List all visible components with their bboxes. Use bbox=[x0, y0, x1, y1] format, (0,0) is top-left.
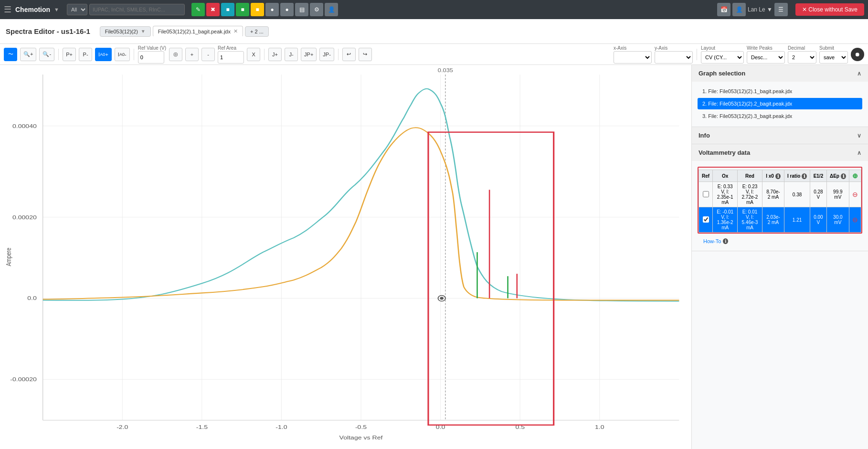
toolbar-undo-btn[interactable]: ↩ bbox=[342, 48, 356, 61]
tab-more[interactable]: + 2 ... bbox=[245, 26, 269, 37]
toolbar-ia0-minus-btn[interactable]: IA0- bbox=[115, 48, 130, 61]
icon-btn-7[interactable]: ● bbox=[280, 3, 294, 16]
graph-selection-section: Graph selection ∧ 1. File: File053(12)(2… bbox=[692, 65, 868, 127]
app-name: Chemotion bbox=[15, 6, 50, 13]
toolbar-jp-plus-btn[interactable]: JP+ bbox=[301, 48, 317, 61]
svg-text:0.00040: 0.00040 bbox=[12, 123, 37, 129]
menu-icon[interactable]: ☰ bbox=[774, 3, 788, 16]
icon-btn-10[interactable]: 👤 bbox=[325, 3, 338, 16]
toolbar-plus-btn[interactable]: + bbox=[185, 48, 199, 61]
toolbar-sep-5 bbox=[697, 49, 697, 60]
toolbar-j-plus-btn[interactable]: J+ bbox=[268, 48, 282, 61]
toolbar-target-btn[interactable]: ◎ bbox=[169, 48, 182, 61]
remove-row-1-icon[interactable]: ⊖ bbox=[852, 191, 858, 198]
col-action: ⊕ bbox=[849, 170, 861, 182]
editor-header: Spectra Editor - us1-16-1 File053(12)(2)… bbox=[0, 19, 868, 44]
icon-btn-4[interactable]: ■ bbox=[236, 3, 249, 16]
graph-item-1[interactable]: 1. File: File053(12)(2).1_bagit.peak.jdx bbox=[698, 86, 862, 97]
icon-btn-1[interactable]: ✎ bbox=[191, 3, 205, 16]
row2-remove[interactable]: ⊖ bbox=[849, 207, 861, 233]
submit-select[interactable]: save bbox=[819, 51, 848, 64]
icon-btn-9[interactable]: ⚙ bbox=[310, 3, 323, 16]
row1-ref[interactable] bbox=[699, 182, 713, 207]
layout-group: Layout CV (CY... bbox=[701, 45, 744, 64]
main-content: -2.0 -1.5 -1.0 -0.5 0.0 0.5 1.0 0.00040 … bbox=[0, 65, 868, 449]
table-row-1: E: 0.33 V, I: 2.35e-1 mA E: 0.23 V, I: 2… bbox=[699, 182, 861, 207]
add-row-icon[interactable]: ⊕ bbox=[852, 172, 858, 180]
graph-item-2[interactable]: 2. File: File053(12)(2).2_bagit.peak.jdx bbox=[698, 98, 862, 109]
decimal-label: Decimal bbox=[788, 45, 805, 51]
ref-area-group: Ref Area bbox=[218, 45, 244, 64]
row2-ix0: 2.03e-2 mA bbox=[762, 207, 784, 233]
toolbar-jp-minus-btn[interactable]: JP- bbox=[319, 48, 334, 61]
toolbar-p-minus-btn[interactable]: P- bbox=[79, 48, 92, 61]
graph-item-3-label: File: File053(12)(2).3_bagit.peak.jdx bbox=[708, 113, 792, 119]
tab-file053-label: File053(12)(2) bbox=[105, 29, 138, 34]
row1-e12: 0.28 V bbox=[810, 182, 827, 207]
toolbar-j-minus-btn[interactable]: J- bbox=[285, 48, 298, 61]
x-axis-select[interactable] bbox=[614, 51, 652, 64]
toolbar-zoom-out-btn[interactable]: 🔍- bbox=[39, 48, 54, 61]
y-axis-select[interactable] bbox=[655, 51, 693, 64]
row1-remove[interactable]: ⊖ bbox=[849, 182, 861, 207]
calendar-icon[interactable]: 📅 bbox=[717, 3, 730, 16]
tab-file053-bagit[interactable]: File053(12)(2).1_bagit.peak.jdx ✕ bbox=[153, 26, 243, 37]
toolbar-x-btn[interactable]: X bbox=[247, 48, 260, 61]
svg-text:-1.5: -1.5 bbox=[196, 424, 208, 430]
user-profile-icon[interactable]: 👤 bbox=[732, 3, 746, 16]
col-iratio: I ratio ℹ bbox=[784, 170, 810, 182]
toolbar-minus-btn[interactable]: - bbox=[201, 48, 215, 61]
write-peaks-select[interactable]: Desc... bbox=[747, 51, 785, 64]
row2-red: E: 0.01 V, I: 5.46e-3 mA bbox=[738, 207, 762, 233]
toolbar-redo-btn[interactable]: ↪ bbox=[359, 48, 372, 61]
chart-area[interactable]: -2.0 -1.5 -1.0 -0.5 0.0 0.5 1.0 0.00040 … bbox=[0, 65, 691, 449]
col-ref: Ref bbox=[699, 170, 713, 182]
graph-item-1-index: 1. bbox=[702, 88, 708, 94]
layout-select[interactable]: CV (CY... bbox=[701, 51, 744, 64]
svg-rect-0 bbox=[0, 65, 691, 449]
row2-ref[interactable] bbox=[699, 207, 713, 233]
close-without-save-button[interactable]: ✕ Close without Save bbox=[795, 3, 864, 16]
toolbar-line-btn[interactable]: 〜 bbox=[4, 48, 17, 61]
icon-btn-8[interactable]: ▤ bbox=[295, 3, 308, 16]
graph-selection-title: Graph selection bbox=[699, 70, 745, 77]
x-axis-label: x-Axis bbox=[614, 45, 626, 51]
voltammetry-header[interactable]: Voltammetry data ∧ bbox=[692, 144, 868, 161]
graph-item-1-label: File: File053(12)(2).1_bagit.peak.jdx bbox=[708, 88, 792, 94]
info-header[interactable]: Info ∨ bbox=[692, 127, 868, 144]
x-axis-group: x-Axis bbox=[614, 45, 652, 64]
remove-row-2-icon[interactable]: ⊖ bbox=[852, 216, 858, 224]
tab-bar: File053(12)(2) ▼ File053(12)(2).1_bagit.… bbox=[100, 26, 269, 37]
search-scope-select[interactable]: All bbox=[67, 4, 87, 15]
hamburger-icon[interactable]: ☰ bbox=[4, 4, 11, 15]
row2-checkbox[interactable] bbox=[703, 216, 709, 223]
tab-dropdown-arrow[interactable]: ▼ bbox=[141, 29, 146, 34]
icon-btn-6[interactable]: ● bbox=[265, 3, 279, 16]
y-axis-label: y-Axis bbox=[655, 45, 667, 51]
svg-point-35 bbox=[440, 297, 444, 299]
tab-close-icon[interactable]: ✕ bbox=[233, 28, 238, 34]
toolbar-ia0-plus-btn[interactable]: IA0+ bbox=[95, 48, 112, 61]
icon-btn-2[interactable]: ✖ bbox=[206, 3, 220, 16]
ref-area-input[interactable] bbox=[218, 51, 244, 64]
row1-checkbox[interactable] bbox=[703, 191, 709, 197]
submit-action-btn[interactable]: ⏺ bbox=[851, 48, 864, 61]
icon-btn-5[interactable]: ■ bbox=[251, 3, 264, 16]
voltammetry-content: Ref Ox Red I x0 ℹ I ratio ℹ E1/2 ΔEp ℹ ⊕ bbox=[692, 161, 868, 251]
graph-selection-header[interactable]: Graph selection ∧ bbox=[692, 65, 868, 82]
toolbar-zoom-in-btn[interactable]: 🔍+ bbox=[20, 48, 36, 61]
tab-more-label: + 2 ... bbox=[250, 29, 264, 34]
top-search-input[interactable] bbox=[89, 4, 185, 15]
how-to-link[interactable]: How-To ℹ bbox=[698, 235, 862, 247]
row1-ox: E: 0.33 V, I: 2.35e-1 mA bbox=[713, 182, 738, 207]
ref-value-input[interactable] bbox=[138, 51, 164, 64]
app-dropdown-icon[interactable]: ▼ bbox=[54, 7, 59, 12]
top-icon-group: ✎ ✖ ■ ■ ■ ● ● ▤ ⚙ 👤 bbox=[191, 3, 338, 16]
toolbar-p-plus-btn[interactable]: P+ bbox=[63, 48, 76, 61]
graph-item-3[interactable]: 3. File: File053(12)(2).3_bagit.peak.jdx bbox=[698, 110, 862, 122]
submit-group: Submit save bbox=[819, 45, 848, 64]
tab-file053-dropdown[interactable]: File053(12)(2) ▼ bbox=[100, 26, 151, 37]
icon-btn-3[interactable]: ■ bbox=[221, 3, 234, 16]
decimal-select[interactable]: 2 bbox=[788, 51, 816, 64]
row1-red: E: 0.23 V, I: 2.72e-2 mA bbox=[738, 182, 762, 207]
